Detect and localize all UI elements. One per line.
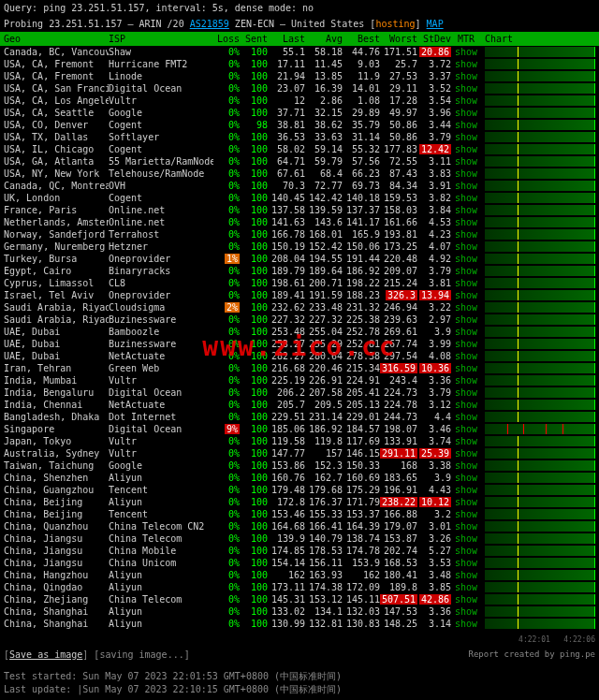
cell-isp: China Telecom CN2 [109, 521, 213, 532]
mtr-link[interactable]: show [451, 546, 481, 556]
cell-worst: 171.51 [380, 47, 417, 57]
cell-isp: Cogent [109, 120, 213, 130]
mtr-link[interactable]: show [451, 606, 481, 617]
mtr-link[interactable]: show [451, 83, 481, 94]
mtr-link[interactable]: show [451, 533, 481, 544]
cell-geo: USA, CA, Fremont [4, 59, 109, 69]
cell-sent: 100 [240, 132, 268, 142]
cell-sent: 100 [240, 485, 268, 495]
mtr-link[interactable]: show [451, 132, 481, 142]
save-image-link[interactable]: Save as image [9, 649, 82, 660]
chart-cell [481, 546, 595, 556]
mtr-link[interactable]: show [451, 217, 481, 227]
cell-worst: 180.41 [380, 570, 417, 580]
mtr-link[interactable]: show [451, 436, 481, 446]
mtr-link[interactable]: show [451, 95, 481, 106]
mtr-link[interactable]: show [451, 241, 481, 252]
chart-cell [481, 254, 595, 264]
mtr-link[interactable]: show [451, 558, 481, 568]
mtr-link[interactable]: show [451, 144, 481, 154]
mtr-link[interactable]: show [451, 351, 481, 361]
cell-sent: 100 [240, 314, 268, 325]
mtr-link[interactable]: show [451, 448, 481, 459]
chart-cell [481, 327, 595, 337]
mtr-link[interactable]: show [451, 509, 481, 519]
cell-last: 232.62 [268, 302, 305, 313]
cell-worst: 246.94 [380, 302, 417, 313]
cell-loss: 0% [213, 278, 240, 288]
cell-stdev: 3.01 [417, 521, 451, 532]
cell-stdev: 4.4 [417, 412, 451, 422]
mtr-link[interactable]: show [451, 327, 481, 337]
mtr-link[interactable]: show [451, 108, 481, 118]
mtr-link[interactable]: show [451, 473, 481, 483]
mtr-link[interactable]: show [451, 363, 481, 373]
mtr-link[interactable]: show [451, 71, 481, 81]
mtr-link[interactable]: show [451, 521, 481, 532]
table-row: China, BeijingTencent0%100153.46155.3315… [0, 508, 599, 520]
table-row: China, QuanzhouChina Telecom CN20%100164… [0, 520, 599, 532]
mtr-link[interactable]: show [451, 570, 481, 580]
cell-geo: China, Hangzhou [4, 570, 109, 580]
mtr-link[interactable]: show [451, 47, 481, 57]
cell-isp: Cogent [109, 144, 213, 154]
mtr-link[interactable]: show [451, 485, 481, 495]
mtr-link[interactable]: show [451, 424, 481, 434]
mtr-link[interactable]: show [451, 375, 481, 386]
cell-stdev: 3.79 [417, 266, 451, 276]
mtr-link[interactable]: show [451, 497, 481, 507]
mtr-link[interactable]: show [451, 278, 481, 288]
cell-stdev: 4.07 [417, 241, 451, 252]
table-row: USA, CA, Los AngelesVultr0%100122.861.08… [0, 95, 599, 107]
mtr-link[interactable]: show [451, 266, 481, 276]
cell-avg: 140.79 [305, 533, 343, 544]
mtr-link[interactable]: show [451, 193, 481, 203]
cell-isp: Online.net [109, 205, 213, 215]
cell-geo: China, Shanghai [4, 606, 109, 617]
cell-loss: 0% [213, 132, 240, 142]
mtr-link[interactable]: show [451, 582, 481, 592]
cell-isp: Oneprovider [109, 254, 213, 264]
cell-last: 23.07 [268, 83, 305, 94]
asn-link[interactable]: AS21859 [190, 19, 229, 29]
mtr-link[interactable]: show [451, 594, 481, 605]
cell-isp: Aliyun [109, 473, 213, 483]
cell-best: 224.91 [343, 375, 380, 386]
cell-worst: 179.07 [380, 521, 417, 532]
table-row: China, JiangsuChina Mobile0%100174.85178… [0, 545, 599, 557]
cell-last: 153.86 [268, 460, 305, 471]
mtr-link[interactable]: show [451, 460, 481, 471]
mtr-link[interactable]: show [451, 181, 481, 191]
mtr-link[interactable]: show [451, 302, 481, 313]
cell-last: 185.06 [268, 424, 305, 434]
mtr-link[interactable]: show [451, 619, 481, 629]
mtr-link[interactable]: show [451, 412, 481, 422]
mtr-link[interactable]: show [451, 290, 481, 300]
mtr-link[interactable]: show [451, 156, 481, 167]
cell-avg: 191.59 [305, 290, 343, 300]
cell-sent: 100 [240, 497, 268, 507]
map-link[interactable]: MAP [427, 19, 444, 29]
table-row: China, BeijingAliyun0%100172.8176.37171.… [0, 496, 599, 508]
cell-stdev: 3.37 [417, 71, 451, 81]
cell-best: 225.38 [343, 314, 380, 325]
cell-geo: China, Shanghai [4, 619, 109, 629]
chart-cell [481, 619, 595, 629]
mtr-link[interactable]: show [451, 168, 481, 179]
mtr-link[interactable]: show [451, 400, 481, 410]
mtr-link[interactable]: show [451, 229, 481, 240]
chart-cell [481, 533, 595, 544]
cell-last: 173.11 [268, 582, 305, 592]
mtr-link[interactable]: show [451, 339, 481, 349]
cell-sent: 100 [240, 558, 268, 568]
mtr-link[interactable]: show [451, 120, 481, 130]
mtr-link[interactable]: show [451, 205, 481, 215]
mtr-link[interactable]: show [451, 254, 481, 264]
table-row: UAE, DubaiNetActuate0%100282.27280.64278… [0, 350, 599, 362]
cell-stdev: 3.22 [417, 302, 451, 313]
mtr-link[interactable]: show [451, 314, 481, 325]
mtr-link[interactable]: show [451, 59, 481, 69]
mtr-link[interactable]: show [451, 387, 481, 398]
chart-cell [481, 181, 595, 191]
cell-best: 215.34 [343, 363, 380, 373]
